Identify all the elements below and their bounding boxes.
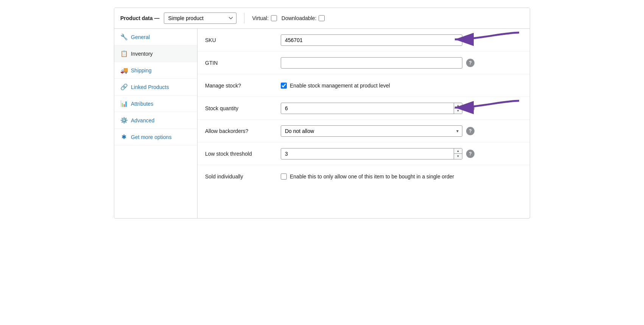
low-stock-threshold-label: Low stock threshold (205, 151, 281, 157)
stock-quantity-spinner: ▲ ▼ (454, 103, 462, 114)
allow-backorders-label: Allow backorders? (205, 128, 281, 134)
sold-individually-checkbox-row: Enable this to only allow one of this it… (281, 173, 454, 180)
low-stock-threshold-control: ▲ ▼ ? (281, 148, 522, 159)
low-stock-threshold-help-icon[interactable]: ? (466, 150, 474, 158)
virtual-label[interactable]: Virtual: (252, 15, 277, 21)
stock-quantity-input[interactable] (281, 103, 462, 114)
allow-backorders-help-icon[interactable]: ? (466, 127, 474, 135)
sidebar-item-general-label: General (131, 34, 150, 40)
sku-input[interactable] (281, 34, 462, 46)
stock-quantity-control: ▲ ▼ ? (281, 103, 522, 114)
sidebar-item-inventory-label: Inventory (131, 51, 153, 57)
stock-quantity-wrapper: ▲ ▼ (281, 103, 462, 114)
sold-individually-label: Sold individually (205, 173, 281, 180)
product-data-title: Product data — (120, 15, 159, 21)
low-stock-threshold-increment[interactable]: ▲ (454, 148, 462, 154)
low-stock-threshold-wrapper: ▲ ▼ (281, 148, 462, 159)
product-data-body: 🔧 General 📋 Inventory 🚚 Shipping 🔗 Linke… (114, 29, 530, 218)
low-stock-threshold-spinner: ▲ ▼ (454, 148, 462, 159)
stock-quantity-row: Stock quantity ▲ ▼ ? (198, 97, 530, 120)
content-area: SKU GTIN (198, 29, 530, 218)
product-data-panel: Product data — Simple product Variable p… (114, 8, 530, 219)
manage-stock-label: Manage stock? (205, 83, 281, 89)
sku-control (281, 34, 522, 46)
downloadable-label[interactable]: Downloadable: (282, 15, 325, 21)
gear-icon: ⚙️ (120, 117, 127, 124)
inventory-icon: 📋 (120, 50, 127, 57)
sidebar-item-inventory[interactable]: 📋 Inventory (114, 45, 197, 62)
attributes-icon: 📊 (120, 100, 127, 107)
sold-individually-row: Sold individually Enable this to only al… (198, 165, 530, 188)
truck-icon: 🚚 (120, 67, 127, 74)
stock-quantity-label: Stock quantity (205, 105, 281, 111)
manage-stock-row: Manage stock? Enable stock management at… (198, 74, 530, 97)
gtin-row: GTIN ? (198, 52, 530, 74)
link-icon: 🔗 (120, 83, 127, 91)
header-divider (244, 13, 244, 23)
product-data-header: Product data — Simple product Variable p… (114, 8, 530, 29)
downloadable-label-text: Downloadable: (282, 15, 317, 21)
stock-quantity-decrement[interactable]: ▼ (454, 108, 462, 114)
low-stock-threshold-decrement[interactable]: ▼ (454, 154, 462, 159)
wrench-icon: 🔧 (120, 33, 127, 41)
sidebar-item-advanced[interactable]: ⚙️ Advanced (114, 112, 197, 129)
gtin-label: GTIN (205, 60, 281, 66)
sidebar-item-linked-products-label: Linked Products (131, 84, 169, 90)
sidebar-item-shipping[interactable]: 🚚 Shipping (114, 62, 197, 79)
sidebar-item-get-more-options-label: Get more options (131, 134, 171, 140)
gtin-input[interactable] (281, 57, 462, 69)
virtual-label-text: Virtual: (252, 15, 268, 21)
sold-individually-checkbox-label[interactable]: Enable this to only allow one of this it… (290, 173, 454, 180)
manage-stock-control: Enable stock management at product level (281, 83, 522, 89)
manage-stock-checkbox-row: Enable stock management at product level (281, 83, 390, 89)
sidebar-item-shipping-label: Shipping (131, 67, 152, 73)
allow-backorders-select[interactable]: Do not allow Allow, but notify customer … (281, 125, 462, 137)
sold-individually-checkbox[interactable] (281, 173, 287, 180)
sold-individually-control: Enable this to only allow one of this it… (281, 173, 522, 180)
virtual-checkbox[interactable] (271, 15, 277, 21)
allow-backorders-wrapper: Do not allow Allow, but notify customer … (281, 125, 462, 137)
sku-label: SKU (205, 37, 281, 43)
allow-backorders-row: Allow backorders? Do not allow Allow, bu… (198, 120, 530, 142)
allow-backorders-control: Do not allow Allow, but notify customer … (281, 125, 522, 137)
gtin-control: ? (281, 57, 522, 69)
sidebar-item-attributes[interactable]: 📊 Attributes (114, 95, 197, 112)
sku-row: SKU (198, 29, 530, 52)
low-stock-threshold-input[interactable] (281, 148, 462, 159)
sidebar-item-general[interactable]: 🔧 General (114, 29, 197, 45)
sidebar-item-get-more-options[interactable]: ✱ Get more options (114, 129, 197, 145)
product-type-select[interactable]: Simple product Variable product Grouped … (164, 12, 236, 24)
sidebar: 🔧 General 📋 Inventory 🚚 Shipping 🔗 Linke… (114, 29, 198, 218)
sidebar-item-advanced-label: Advanced (131, 117, 154, 123)
gtin-help-icon[interactable]: ? (466, 59, 474, 67)
sidebar-item-linked-products[interactable]: 🔗 Linked Products (114, 79, 197, 95)
sidebar-item-attributes-label: Attributes (131, 101, 153, 107)
low-stock-threshold-row: Low stock threshold ▲ ▼ ? (198, 142, 530, 165)
stock-quantity-increment[interactable]: ▲ (454, 103, 462, 109)
stock-quantity-help-icon[interactable]: ? (466, 104, 474, 112)
manage-stock-checkbox-label[interactable]: Enable stock management at product level (290, 83, 390, 89)
manage-stock-checkbox[interactable] (281, 83, 287, 89)
downloadable-checkbox[interactable] (319, 15, 325, 21)
star-icon: ✱ (120, 133, 127, 141)
